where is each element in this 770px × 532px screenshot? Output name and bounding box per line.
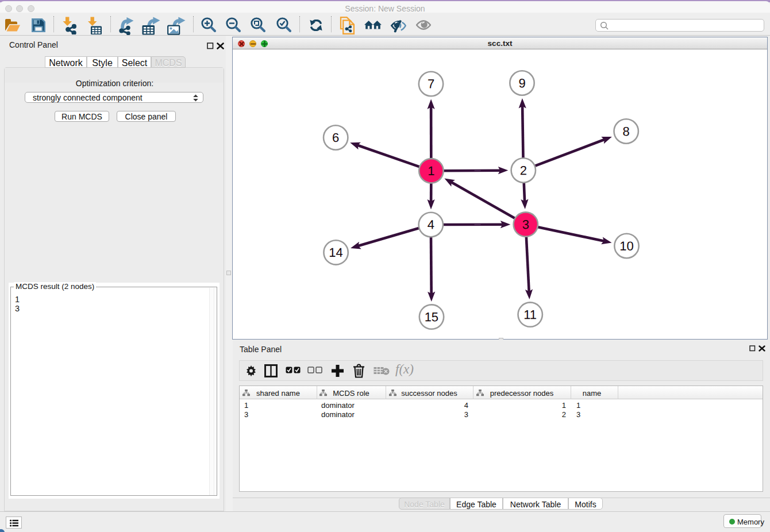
svg-text:8: 8: [623, 124, 630, 138]
svg-text:4: 4: [428, 218, 434, 232]
svg-text:11: 11: [523, 307, 537, 322]
svg-text:2: 2: [520, 163, 527, 178]
svg-text:1: 1: [428, 164, 434, 178]
svg-text:14: 14: [329, 245, 342, 260]
svg-text:10: 10: [619, 239, 633, 253]
svg-text:3: 3: [522, 217, 529, 232]
svg-text:6: 6: [332, 130, 339, 145]
svg-text:9: 9: [518, 76, 525, 90]
svg-text:15: 15: [425, 310, 438, 324]
svg-text:7: 7: [428, 77, 434, 91]
